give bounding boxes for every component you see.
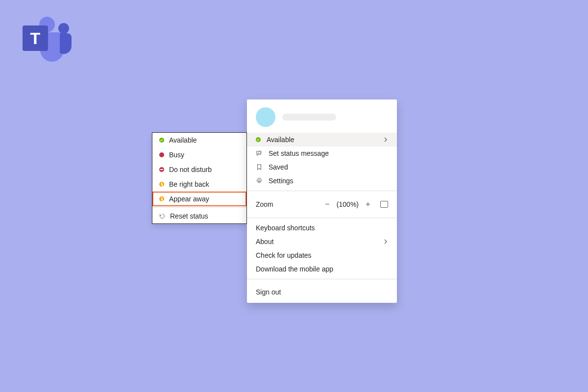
divider	[247, 279, 397, 279]
status-option-dnd[interactable]: Do not disturb	[152, 162, 246, 177]
status-reset-label: Reset status	[170, 212, 208, 220]
gear-icon	[256, 177, 263, 184]
svg-point-4	[258, 180, 260, 182]
menu-item-label: Set status message	[269, 149, 329, 157]
menu-item-label: About	[256, 238, 274, 245]
zoom-label: Zoom	[256, 200, 273, 208]
menu-settings[interactable]: Settings	[247, 174, 397, 188]
divider	[152, 207, 246, 208]
divider	[247, 218, 397, 218]
status-option-available[interactable]: Available	[152, 133, 246, 147]
edit-message-icon	[256, 150, 263, 157]
profile-header	[247, 99, 397, 133]
menu-about[interactable]: About	[247, 235, 397, 248]
menu-saved[interactable]: Saved	[247, 160, 397, 174]
profile-name-placeholder	[282, 114, 336, 121]
menu-check-updates[interactable]: Check for updates	[247, 248, 397, 262]
away-icon	[159, 182, 164, 187]
zoom-percent: (100%)	[337, 200, 359, 208]
profile-menu: Available Set status message Saved Setti…	[247, 99, 397, 303]
status-option-busy[interactable]: Busy	[152, 147, 246, 162]
status-option-label: Be right back	[169, 180, 209, 188]
teams-logo: T	[22, 14, 75, 68]
menu-status[interactable]: Available	[247, 133, 397, 147]
status-reset[interactable]: Reset status	[152, 209, 246, 223]
menu-item-label: Settings	[269, 177, 294, 185]
menu-item-label: Check for updates	[256, 251, 312, 259]
away-icon	[159, 196, 164, 201]
zoom-out-button[interactable]: −	[322, 199, 333, 210]
menu-set-status-message[interactable]: Set status message	[247, 147, 397, 160]
status-option-label: Available	[169, 136, 197, 144]
menu-keyboard-shortcuts[interactable]: Keyboard shortcuts	[247, 221, 397, 235]
menu-status-label: Available	[267, 136, 294, 144]
menu-item-label: Saved	[269, 163, 288, 171]
fullscreen-icon[interactable]	[380, 201, 388, 208]
menu-sign-out[interactable]: Sign out	[247, 282, 397, 303]
avatar	[256, 107, 275, 127]
zoom-in-button[interactable]: +	[363, 199, 373, 210]
busy-icon	[159, 152, 164, 157]
chevron-right-icon	[383, 137, 388, 142]
status-option-label: Do not disturb	[169, 166, 212, 173]
menu-download-mobile[interactable]: Download the mobile app	[247, 262, 397, 276]
chevron-right-icon	[383, 239, 388, 244]
bookmark-icon	[256, 164, 263, 171]
available-icon	[159, 138, 164, 143]
menu-item-label: Keyboard shortcuts	[256, 224, 315, 232]
dnd-icon	[159, 167, 164, 172]
svg-text:T: T	[30, 29, 41, 48]
status-option-brb[interactable]: Be right back	[152, 177, 246, 192]
available-icon	[256, 137, 261, 142]
menu-item-label: Download the mobile app	[256, 265, 333, 273]
status-option-appear-away[interactable]: Appear away	[152, 192, 246, 206]
status-option-label: Busy	[169, 151, 184, 159]
menu-item-label: Sign out	[256, 288, 281, 296]
menu-zoom: Zoom − (100%) +	[247, 194, 397, 215]
svg-point-1	[58, 23, 69, 34]
reset-icon	[159, 213, 165, 219]
status-submenu: Available Busy Do not disturb Be right b…	[152, 132, 247, 224]
divider	[247, 191, 397, 191]
status-option-label: Appear away	[169, 195, 209, 203]
